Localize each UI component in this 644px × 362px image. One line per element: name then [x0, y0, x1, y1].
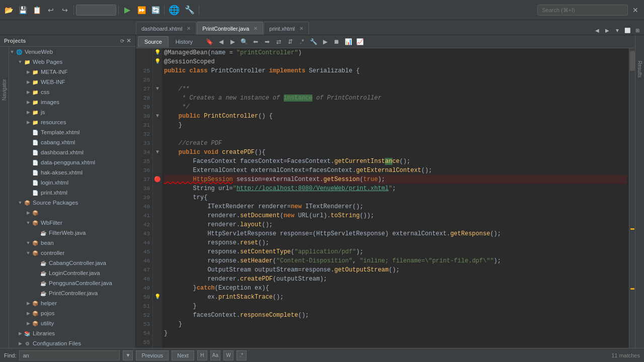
- tree-item-26[interactable]: ▶📦pojos: [9, 308, 135, 318]
- tree-item-5[interactable]: ▶📁images: [9, 97, 135, 107]
- split-editor-icon[interactable]: ⊞: [633, 26, 642, 35]
- line-num-30: 30: [136, 112, 152, 121]
- run-config-icon[interactable]: ⏩: [135, 4, 148, 17]
- line-num-35: 35: [136, 157, 152, 166]
- global-search-input[interactable]: [537, 5, 628, 16]
- tree-item-20[interactable]: ▼📦controller: [9, 248, 135, 258]
- toggle-regexp-btn[interactable]: .*: [296, 36, 307, 47]
- find-prev-btn[interactable]: ⬅: [250, 36, 261, 47]
- gutter-fold-27[interactable]: ▼: [153, 84, 162, 94]
- copy-icon[interactable]: 📋: [30, 4, 43, 17]
- open-project-icon[interactable]: 📂: [2, 4, 15, 17]
- profile-btn[interactable]: 📊: [343, 36, 354, 47]
- stop-btn[interactable]: ⏹: [331, 36, 342, 47]
- find-next-btn[interactable]: Next: [172, 350, 194, 360]
- whole-word-btn[interactable]: W: [223, 350, 233, 360]
- gutter-bulb-50[interactable]: 💡: [153, 293, 162, 302]
- tree-item-21[interactable]: ☕CabangController.java: [9, 258, 135, 268]
- sync-icon[interactable]: ⟳: [120, 38, 124, 44]
- undo-icon[interactable]: ↩: [44, 4, 57, 17]
- tab-printcontroller[interactable]: PrintController.java ✕: [197, 22, 263, 35]
- tab-next-icon[interactable]: ▶: [603, 26, 612, 35]
- tab-dashboard-close[interactable]: ✕: [187, 26, 191, 31]
- find-next-btn[interactable]: ➡: [262, 36, 273, 47]
- tree-item-15[interactable]: ▼📦Source Packages: [9, 198, 135, 208]
- restore-window-icon[interactable]: ⬜: [623, 26, 632, 35]
- tree-item-4[interactable]: ▶📁css: [9, 87, 135, 97]
- tree-item-16[interactable]: ▶📦: [9, 208, 135, 218]
- fix-code-btn[interactable]: 🔧: [308, 36, 319, 47]
- tab-history[interactable]: History: [170, 36, 199, 47]
- tree-item-11[interactable]: 📄data-pengguna.xhtml: [9, 157, 135, 167]
- tree-item-13[interactable]: 📄login.xhtml: [9, 177, 135, 188]
- toggle-bookmark-btn[interactable]: 🔖: [204, 36, 215, 47]
- tree-item-19[interactable]: ▼📦bean: [9, 238, 135, 248]
- code-line-32: [164, 130, 627, 139]
- tree-item-27[interactable]: ▶📦utility: [9, 318, 135, 328]
- toggle-incremental-btn[interactable]: ⇵: [285, 36, 296, 47]
- tree-item-2[interactable]: ▶📁META-INF: [9, 67, 135, 77]
- panel-close-icon[interactable]: ✕: [126, 37, 131, 44]
- tree-item-22[interactable]: ☕LoginController.java: [9, 268, 135, 278]
- find-options-btn[interactable]: ▼: [123, 350, 133, 360]
- tab-dashboard[interactable]: dashboard.xhtml ✕: [136, 22, 196, 35]
- tree-item-14[interactable]: 📄print.xhtml: [9, 188, 135, 198]
- tree-item-23[interactable]: ☕PenggunaController.java: [9, 278, 135, 288]
- tree-item-9[interactable]: 📄cabang.xhtml: [9, 137, 135, 147]
- tab-print-xhtml-close[interactable]: ✕: [299, 26, 303, 31]
- find-input[interactable]: [19, 350, 120, 360]
- code-line-41: renderer.setDocument(new URL(url).toStri…: [164, 211, 627, 220]
- find-previous-btn[interactable]: Previous: [136, 350, 169, 360]
- tree-arrow-1: ▼: [17, 59, 23, 64]
- tab-printcontroller-close[interactable]: ✕: [254, 26, 258, 31]
- scrollbar-thumb[interactable]: [630, 51, 635, 71]
- tree-item-0[interactable]: ▼🌐VenueWeb: [9, 47, 135, 57]
- prev-mark-btn[interactable]: ◀: [215, 36, 226, 47]
- run-icon[interactable]: ▶: [121, 4, 134, 17]
- debug-icon[interactable]: 🔄: [149, 4, 162, 17]
- line-num-42: 42: [136, 220, 152, 229]
- regexp-find-btn[interactable]: .*: [236, 350, 247, 360]
- gutter-52: [153, 311, 162, 320]
- code-content[interactable]: @ManagedBean(name = "printController") @…: [162, 48, 629, 348]
- gutter-fold-34[interactable]: ▼: [153, 148, 162, 157]
- tab-menu-icon[interactable]: ▼: [613, 26, 622, 35]
- browser-icon: 🌐: [169, 5, 180, 16]
- tree-item-3[interactable]: ▶📁WEB-INF: [9, 77, 135, 87]
- search-btn[interactable]: 🔍: [238, 36, 250, 47]
- tab-source[interactable]: Source: [138, 36, 169, 47]
- search-close-icon[interactable]: ✕: [629, 4, 642, 17]
- match-case-btn[interactable]: Aa: [210, 350, 220, 360]
- tree-item-25[interactable]: ▶📦helper: [9, 298, 135, 308]
- tree-item-17[interactable]: ▼📦WbFilter: [9, 218, 135, 228]
- run-btn[interactable]: ▶: [319, 36, 331, 47]
- tree-item-10[interactable]: 📄dashboard.xhtml: [9, 147, 135, 157]
- chart-btn[interactable]: 📈: [354, 36, 365, 47]
- tree-item-24[interactable]: ☕PrintController.java: [9, 288, 135, 298]
- save-icon[interactable]: 💾: [16, 4, 29, 17]
- tree-item-18[interactable]: ☕FilterWeb.java: [9, 228, 135, 238]
- tree-item-12[interactable]: 📄hak-akses.xhtml: [9, 167, 135, 177]
- run-field[interactable]: [76, 5, 116, 16]
- tree-item-28[interactable]: ▶📚Libraries: [9, 328, 135, 338]
- toggle-replace-btn[interactable]: ⇄: [273, 36, 284, 47]
- highlight-btn[interactable]: H: [197, 350, 207, 360]
- redo-icon[interactable]: ↪: [58, 4, 71, 17]
- code-minimap: [629, 48, 635, 348]
- tree-item-8[interactable]: 📄Template.xhtml: [9, 127, 135, 137]
- tree-item-1[interactable]: ▼📁Web Pages: [9, 57, 135, 67]
- tree-label-0: VenueWeb: [25, 49, 53, 55]
- line-num-46: 46: [136, 256, 152, 265]
- gutter-fold-30[interactable]: ▼: [153, 112, 162, 121]
- tree-arrow-4: ▶: [25, 89, 31, 95]
- tab-print-xhtml[interactable]: print.xhtml ✕: [264, 22, 309, 35]
- toolbar-sep-4: [199, 5, 199, 15]
- gutter-bulb-2[interactable]: 💡: [153, 57, 162, 66]
- tree-item-7[interactable]: ▶📁resources: [9, 117, 135, 127]
- gutter-bulb-1[interactable]: 💡: [153, 48, 162, 57]
- tree-item-6[interactable]: ▶📁js: [9, 107, 135, 117]
- tree-label-27: utility: [41, 320, 54, 326]
- tab-prev-icon[interactable]: ◀: [593, 26, 602, 35]
- tree-item-29[interactable]: ▶⚙Configuration Files: [9, 338, 135, 348]
- next-mark-btn[interactable]: ▶: [227, 36, 238, 47]
